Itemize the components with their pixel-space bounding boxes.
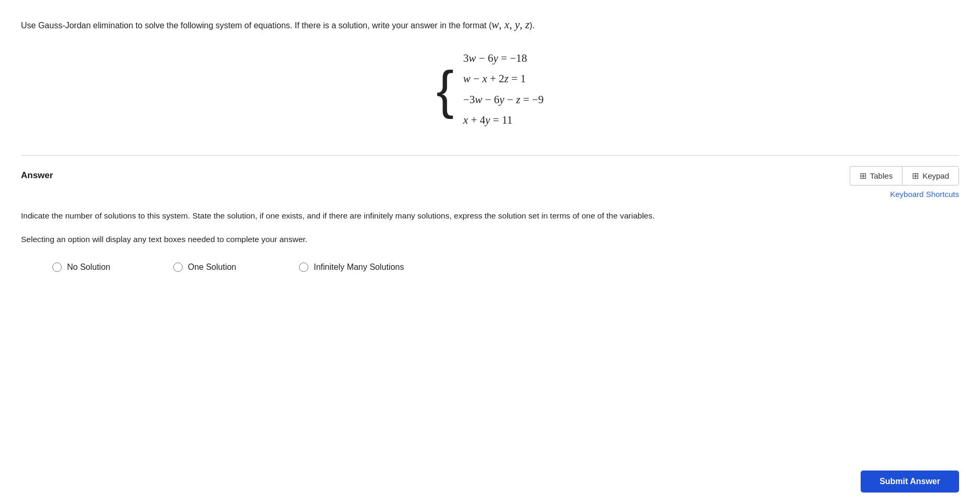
instructions-text: Indicate the number of solutions to this… xyxy=(21,210,959,223)
toolbar-buttons: ⊞ Tables ⊞ Keypad xyxy=(850,166,959,185)
equation-4: x + 4y = 11 xyxy=(463,112,544,129)
equation-system: { 3w − 6y = −18 w − x + 2z = 1 −3w − 6y … xyxy=(436,50,543,129)
radio-options: No Solution One Solution Infinitely Many… xyxy=(52,261,959,274)
left-brace: { xyxy=(436,66,453,113)
radio-no-solution[interactable] xyxy=(52,263,62,272)
radio-infinitely-many[interactable] xyxy=(299,263,308,272)
radio-one-solution-label: One Solution xyxy=(188,261,237,274)
equations-container: { 3w − 6y = −18 w − x + 2z = 1 −3w − 6y … xyxy=(21,50,959,129)
equations-list: 3w − 6y = −18 w − x + 2z = 1 −3w − 6y − … xyxy=(463,50,544,129)
equation-2: w − x + 2z = 1 xyxy=(463,71,544,88)
keypad-icon: ⊞ xyxy=(912,171,919,181)
tables-button[interactable]: ⊞ Tables xyxy=(850,166,902,185)
problem-statement: Use Gauss-Jordan elimination to solve th… xyxy=(21,16,959,35)
answer-section: Answer ⊞ Tables ⊞ Keypad Keyboard Shortc… xyxy=(21,166,959,274)
answer-label: Answer xyxy=(21,169,53,182)
keypad-label: Keypad xyxy=(922,171,949,180)
radio-option-one-solution[interactable]: One Solution xyxy=(173,261,237,274)
selecting-text: Selecting an option will display any tex… xyxy=(21,233,959,246)
answer-header: Answer ⊞ Tables ⊞ Keypad xyxy=(21,166,959,185)
page-container: Use Gauss-Jordan elimination to solve th… xyxy=(0,0,980,503)
keyboard-shortcuts-link[interactable]: Keyboard Shortcuts xyxy=(21,189,959,201)
submit-button[interactable]: Submit Answer xyxy=(861,471,959,493)
radio-no-solution-label: No Solution xyxy=(67,261,110,274)
equation-1: 3w − 6y = −18 xyxy=(463,50,544,67)
tables-label: Tables xyxy=(870,171,893,180)
keypad-button[interactable]: ⊞ Keypad xyxy=(902,166,959,185)
section-divider xyxy=(21,155,959,156)
radio-option-infinitely-many[interactable]: Infinitely Many Solutions xyxy=(299,261,404,274)
submit-area: Submit Answer xyxy=(840,460,980,503)
tables-icon: ⊞ xyxy=(860,171,866,181)
radio-one-solution[interactable] xyxy=(173,263,183,272)
radio-infinitely-many-label: Infinitely Many Solutions xyxy=(314,261,404,274)
radio-option-no-solution[interactable]: No Solution xyxy=(52,261,110,274)
equation-3: −3w − 6y − z = −9 xyxy=(463,92,544,108)
